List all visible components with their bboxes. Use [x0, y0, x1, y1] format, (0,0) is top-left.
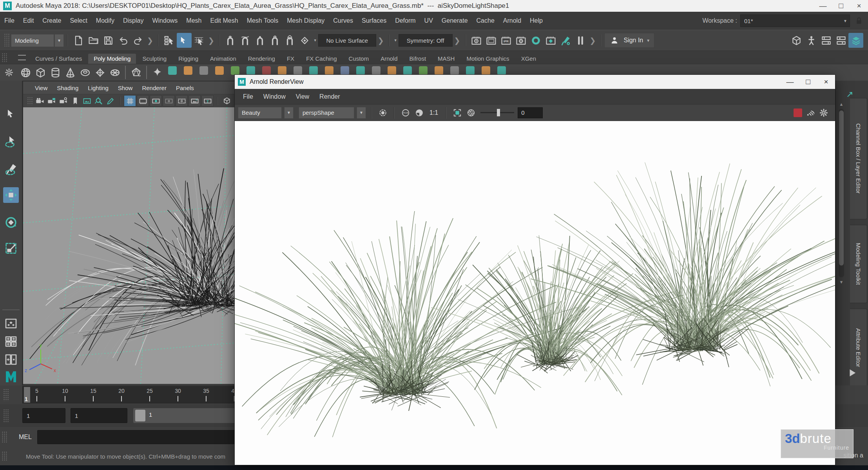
arnold-close-button[interactable]: ×: [817, 78, 835, 86]
poly-cylinder-icon[interactable]: [48, 65, 63, 80]
menu-select[interactable]: Select: [65, 12, 91, 30]
grease-pencil-icon[interactable]: [105, 95, 116, 107]
menu-mesh-tools[interactable]: Mesh Tools: [243, 12, 283, 30]
group-collapse-icon[interactable]: ❯: [590, 36, 596, 45]
render-settings-gear-icon[interactable]: [818, 107, 830, 119]
aov-select[interactable]: Beauty: [238, 107, 282, 119]
snapshot-ring-icon[interactable]: [377, 107, 389, 119]
exposure-aperture-icon[interactable]: [465, 107, 477, 119]
poly-plane-icon[interactable]: [92, 65, 107, 80]
open-scene-icon[interactable]: [86, 33, 101, 48]
select-component-icon[interactable]: [192, 33, 207, 48]
menu-windows[interactable]: Windows: [148, 12, 182, 30]
panel-menu-view[interactable]: View: [30, 85, 52, 91]
menu-edit-mesh[interactable]: Edit Mesh: [206, 12, 242, 30]
field-chart-icon[interactable]: [176, 95, 188, 107]
stop-render-button[interactable]: [794, 108, 802, 117]
scale-tool[interactable]: [3, 240, 19, 256]
safe-title-icon[interactable]: T: [201, 95, 214, 107]
menu-generate[interactable]: Generate: [437, 12, 472, 30]
row-grip[interactable]: [3, 389, 9, 401]
humanik-toggle-icon[interactable]: [804, 33, 819, 48]
panel-menu-shading[interactable]: Shading: [52, 85, 83, 91]
render-current-frame-icon[interactable]: [484, 33, 499, 48]
shelf-tab-animation[interactable]: Animation: [205, 54, 242, 64]
exposure-slider[interactable]: [480, 112, 514, 113]
image-plane-icon[interactable]: [81, 95, 93, 107]
live-surface-field[interactable]: No Live Surface: [318, 34, 376, 47]
arnold-menu-window[interactable]: Window: [258, 93, 291, 100]
camera-attributes-icon[interactable]: [58, 95, 69, 107]
lock-camera-icon[interactable]: [46, 95, 58, 107]
select-camera-icon[interactable]: [34, 95, 46, 107]
menu-cache[interactable]: Cache: [472, 12, 499, 30]
row-grip[interactable]: [4, 33, 9, 47]
select-hierarchy-icon[interactable]: [162, 33, 177, 48]
zoom-ratio-button[interactable]: 1:1: [429, 109, 438, 116]
shelf-tab-motion-graphics[interactable]: Motion Graphics: [461, 54, 515, 64]
menu-create[interactable]: Create: [38, 12, 65, 30]
panel-menu-panels[interactable]: Panels: [171, 85, 199, 91]
arnold-maximize-button[interactable]: □: [799, 78, 817, 86]
scroll-down-icon[interactable]: ▼: [838, 280, 844, 284]
snap-to-curve-icon[interactable]: [238, 33, 253, 48]
shelf-tab-bifrost[interactable]: Bifrost: [404, 54, 432, 64]
row-grip[interactable]: [27, 97, 33, 105]
checker-background-icon[interactable]: [413, 107, 425, 119]
ipr-render-icon[interactable]: IPR: [499, 33, 514, 48]
shelf-tab-poly-modeling[interactable]: Poly Modeling: [88, 54, 136, 64]
tool-settings-toggle-icon[interactable]: [834, 33, 848, 48]
group-collapse-icon[interactable]: ❯: [208, 36, 214, 45]
shelf-tab-xgen[interactable]: XGen: [516, 54, 542, 64]
camera-select[interactable]: perspShape: [299, 107, 354, 119]
current-time-marker[interactable]: 1: [24, 387, 30, 403]
poly-cube-icon[interactable]: [33, 65, 48, 80]
menu-edit[interactable]: Edit: [19, 12, 38, 30]
resolution-gate-icon[interactable]: [150, 95, 162, 107]
pan-zoom-icon[interactable]: [93, 95, 105, 107]
bookmarks-icon[interactable]: [69, 95, 81, 107]
maximize-button[interactable]: □: [832, 2, 850, 10]
animation-start-field[interactable]: 1: [22, 408, 65, 423]
menu-file[interactable]: File: [0, 12, 19, 30]
tab-channel-box-layer-editor[interactable]: Channel Box / Layer Editor: [850, 98, 867, 219]
chevron-down-icon[interactable]: ▼: [313, 38, 317, 42]
menu-curves[interactable]: Curves: [329, 12, 357, 30]
film-gate-icon[interactable]: [137, 95, 149, 107]
super-shape-icon[interactable]: [150, 65, 165, 80]
row-grip[interactable]: [2, 431, 7, 443]
shelf-icon[interactable]: [197, 65, 210, 80]
shelf-tab-rendering[interactable]: Rendering: [243, 54, 281, 64]
arnold-menu-view[interactable]: View: [291, 93, 314, 100]
group-collapse-icon[interactable]: ❯: [454, 36, 460, 45]
group-collapse-icon[interactable]: ❯: [147, 36, 153, 45]
group-collapse-icon[interactable]: ❯: [378, 36, 384, 45]
shelf-menu-icon[interactable]: [18, 55, 26, 60]
shelf-icon[interactable]: [166, 65, 179, 80]
grid-toggle-icon[interactable]: [124, 95, 136, 107]
modeling-toolkit-toggle-icon[interactable]: [789, 33, 804, 48]
snap-to-point-icon[interactable]: [253, 33, 268, 48]
panel-menu-show[interactable]: Show: [113, 85, 138, 91]
row-grip[interactable]: [2, 451, 7, 461]
poly-cone-icon[interactable]: [63, 65, 78, 80]
command-line-mode-button[interactable]: MEL: [19, 434, 32, 441]
menu-help[interactable]: Help: [526, 12, 547, 30]
lasso-tool[interactable]: [3, 134, 19, 150]
menu-uv[interactable]: UV: [420, 12, 437, 30]
poly-sphere-icon[interactable]: [18, 65, 33, 80]
render-image-canvas[interactable]: [235, 121, 835, 465]
exposure-slider-handle[interactable]: [497, 109, 500, 116]
textured-display-icon[interactable]: [544, 33, 558, 48]
paint-effects-icon[interactable]: [558, 33, 573, 48]
minimize-button[interactable]: —: [814, 2, 832, 10]
select-object-icon[interactable]: [177, 33, 192, 48]
row-grip[interactable]: [3, 409, 9, 422]
menu-mesh-display[interactable]: Mesh Display: [283, 12, 329, 30]
menu-set-caret[interactable]: ▼: [54, 34, 64, 47]
close-button[interactable]: ×: [850, 2, 868, 10]
menu-modify[interactable]: Modify: [92, 12, 119, 30]
shelf-tab-rigging[interactable]: Rigging: [173, 54, 204, 64]
pause-refresh-icon[interactable]: [573, 33, 588, 48]
tab-modeling-toolkit[interactable]: Modeling Toolkit: [850, 225, 867, 303]
